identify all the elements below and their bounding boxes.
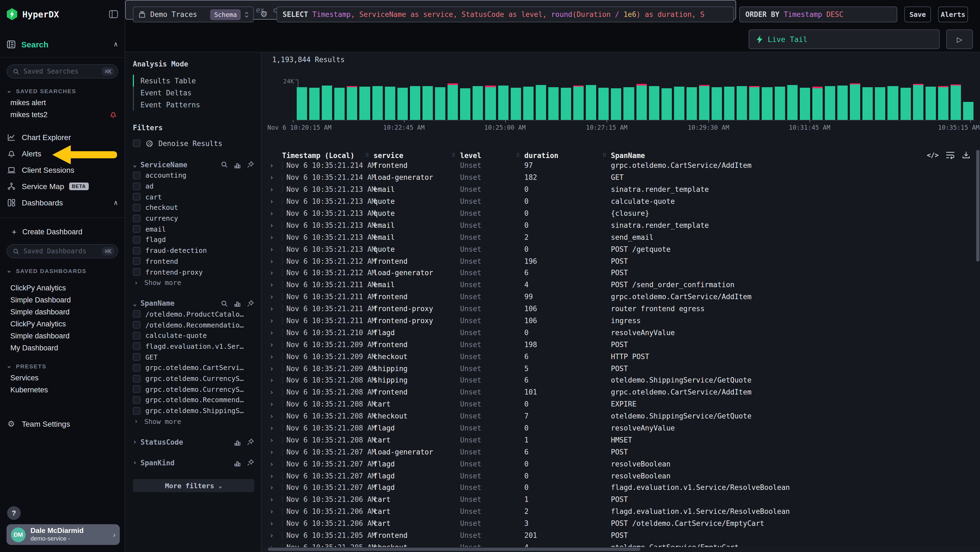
order-by-input[interactable]: ORDER BY Timestamp DESC xyxy=(739,6,897,22)
table-row[interactable]: ›Nov 6 10:35:21.213 AMquoteUnset0POST /g… xyxy=(268,243,980,255)
filter-value-row[interactable]: flagd xyxy=(133,234,254,245)
column-header-spanname[interactable]: ⠿SpanName xyxy=(611,151,980,160)
filter-section-header[interactable]: ⌄SpanName xyxy=(133,298,254,309)
column-header-service[interactable]: ⠿service xyxy=(374,151,460,160)
row-expander-icon[interactable]: › xyxy=(268,364,282,372)
row-expander-icon[interactable]: › xyxy=(268,281,282,289)
filter-value-row[interactable]: grpc.oteldemo.CurrencyS… xyxy=(133,373,254,384)
table-row[interactable]: ›Nov 6 10:35:21.206 AMcartUnset2flagd.ev… xyxy=(268,506,980,518)
row-expander-icon[interactable]: › xyxy=(268,245,282,253)
filter-value-row[interactable]: cart xyxy=(133,191,254,202)
user-menu[interactable]: DM Dale McDiarmid demo-service - › xyxy=(6,524,120,545)
search-section-header[interactable]: Search ∧ xyxy=(6,38,118,51)
column-header-duration[interactable]: ⠿duration xyxy=(524,151,611,160)
column-header-level[interactable]: ⠿level xyxy=(460,151,524,160)
saved-dashboard-item[interactable]: My Dashboard xyxy=(6,341,118,354)
filter-value-row[interactable]: grpc.oteldemo.Recommend… xyxy=(133,394,254,405)
table-row[interactable]: ›Nov 6 10:35:21.205 AMfrontendUnset201PO… xyxy=(268,530,980,541)
row-expander-icon[interactable]: › xyxy=(268,388,282,396)
pin-icon[interactable] xyxy=(247,300,254,307)
table-row[interactable]: ›Nov 6 10:35:21.209 AMcheckoutUnset6HTTP… xyxy=(268,351,980,363)
drag-handle-icon[interactable]: ⠿ xyxy=(365,152,369,158)
checkbox[interactable] xyxy=(133,407,140,415)
filter-value-row[interactable]: flagd.evaluation.v1.Ser… xyxy=(133,341,254,351)
sidebar-item-service-map[interactable]: Service Map BETA xyxy=(6,178,118,195)
search-icon[interactable] xyxy=(221,300,228,307)
horizontal-scrollbar[interactable] xyxy=(261,547,980,552)
checkbox[interactable] xyxy=(133,193,140,201)
row-expander-icon[interactable]: › xyxy=(268,221,282,230)
table-row[interactable]: ›Nov 6 10:35:21.212 AMload-generatorUnse… xyxy=(268,267,980,279)
preset-item[interactable]: Services xyxy=(6,372,118,384)
saved-dashboards-input[interactable]: Saved Dashboards ⌘K xyxy=(6,244,118,258)
row-expander-icon[interactable]: › xyxy=(268,448,282,456)
filter-value-row[interactable]: grpc.oteldemo.CurrencyS… xyxy=(133,384,254,394)
table-row[interactable]: ›Nov 6 10:35:21.214 AMfrontendUnset97grp… xyxy=(268,160,980,172)
checkbox[interactable] xyxy=(133,385,140,393)
row-expander-icon[interactable]: › xyxy=(268,257,282,265)
sidebar-item-dashboards[interactable]: Dashboards ∧ xyxy=(6,195,118,211)
row-expander-icon[interactable]: › xyxy=(268,519,282,528)
filter-value-row[interactable]: grpc.oteldemo.CartServi… xyxy=(133,362,254,373)
sidebar-item-team-settings[interactable]: ⚙ Team Settings xyxy=(6,417,118,431)
analysis-mode-option[interactable]: Event Deltas xyxy=(133,87,254,99)
bar-chart-icon[interactable] xyxy=(234,161,241,168)
table-row[interactable]: ›Nov 6 10:35:21.208 AMflagdUnset0resolve… xyxy=(268,422,980,434)
row-expander-icon[interactable]: › xyxy=(268,341,282,349)
bar-chart-icon[interactable] xyxy=(234,300,241,307)
row-expander-icon[interactable]: › xyxy=(268,317,282,325)
filter-value-row[interactable]: fraud-detection xyxy=(133,245,254,256)
saved-dashboard-item[interactable]: Simple dashboard xyxy=(6,330,118,341)
preset-item[interactable]: Kubernetes xyxy=(6,384,118,396)
table-row[interactable]: ›Nov 6 10:35:21.211 AMemailUnset4POST /s… xyxy=(268,279,980,291)
checkbox[interactable] xyxy=(133,343,140,350)
column-header-timestamp[interactable]: Timestamp (Local) xyxy=(282,151,374,160)
pin-icon[interactable] xyxy=(247,438,254,446)
show-more-button[interactable]: ›Show more xyxy=(133,416,254,427)
row-expander-icon[interactable]: › xyxy=(268,507,282,516)
table-row[interactable]: ›Nov 6 10:35:21.211 AMfrontendUnset99grp… xyxy=(268,291,980,303)
checkbox[interactable] xyxy=(133,396,140,404)
checkbox[interactable] xyxy=(133,364,140,372)
sidebar-item-client-sessions[interactable]: Client Sessions xyxy=(6,162,118,178)
table-row[interactable]: ›Nov 6 10:35:21.213 AMemailUnset0sinatra… xyxy=(268,219,980,231)
row-expander-icon[interactable]: › xyxy=(268,400,282,408)
table-row[interactable]: ›Nov 6 10:35:21.208 AMshippingUnset6otel… xyxy=(268,374,980,386)
row-expander-icon[interactable]: › xyxy=(268,472,282,480)
checkbox[interactable] xyxy=(133,310,140,318)
analysis-mode-option[interactable]: Results Table xyxy=(133,75,254,87)
row-expander-icon[interactable]: › xyxy=(268,174,282,182)
filter-value-row[interactable]: currency xyxy=(133,213,254,224)
wrap-text-icon[interactable] xyxy=(946,151,955,159)
filter-value-row[interactable]: /oteldemo.ProductCatalo… xyxy=(133,309,254,319)
checkbox[interactable] xyxy=(133,247,140,254)
checkbox[interactable] xyxy=(133,321,140,329)
table-row[interactable]: ›Nov 6 10:35:21.214 AMload-generatorUnse… xyxy=(268,172,980,183)
checkbox[interactable] xyxy=(133,353,140,361)
save-button[interactable]: Save xyxy=(904,6,931,22)
sidebar-collapse-icon[interactable] xyxy=(109,10,118,19)
run-query-button[interactable]: ▷ xyxy=(946,29,973,49)
table-row[interactable]: ›Nov 6 10:35:21.208 AMcheckoutUnset7otel… xyxy=(268,410,980,422)
filter-value-row[interactable]: /oteldemo.Recommendatio… xyxy=(133,320,254,330)
bar-chart-icon[interactable] xyxy=(234,459,241,466)
saved-searches-input[interactable]: Saved Searches ⌘K xyxy=(6,64,118,78)
checkbox[interactable] xyxy=(133,214,140,222)
sql-select-input[interactable]: SELECT Timestamp, ServiceName as service… xyxy=(277,6,734,22)
table-row[interactable]: ›Nov 6 10:35:21.207 AMflagdUnset0flagd.e… xyxy=(268,482,980,494)
results-histogram[interactable] xyxy=(297,84,975,120)
bar-chart-icon[interactable] xyxy=(234,439,241,445)
row-expander-icon[interactable]: › xyxy=(268,412,282,420)
sidebar-item-chart-explorer[interactable]: Chart Explorer xyxy=(6,129,118,145)
table-row[interactable]: ›Nov 6 10:35:21.211 AMfrontend-proxyUnse… xyxy=(268,303,980,315)
table-row[interactable]: ›Nov 6 10:35:21.206 AMcartUnset1POST xyxy=(268,494,980,506)
filter-value-row[interactable]: checkout xyxy=(133,202,254,213)
filter-value-row[interactable]: GET xyxy=(133,352,254,362)
checkbox[interactable] xyxy=(133,375,140,382)
table-row[interactable]: ›Nov 6 10:35:21.210 AMflagdUnset0resolve… xyxy=(268,327,980,339)
table-row[interactable]: ›Nov 6 10:35:21.209 AMfrontendUnset198PO… xyxy=(268,339,980,351)
row-expander-icon[interactable]: › xyxy=(268,161,282,170)
filter-section-header[interactable]: ⌄ServiceName xyxy=(133,159,254,170)
filter-section-header[interactable]: ›SpanKind xyxy=(133,457,254,468)
more-filters-button[interactable]: More filters ⌄ xyxy=(133,479,254,492)
